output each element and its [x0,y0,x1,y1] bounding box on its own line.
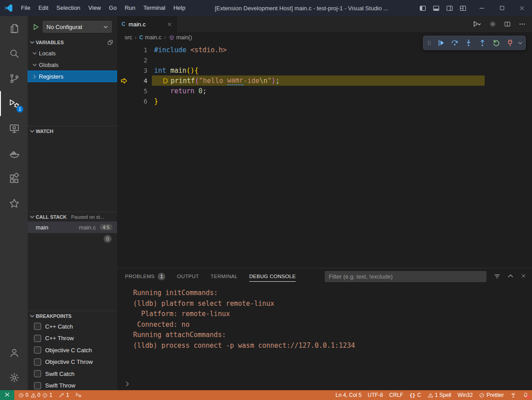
disconnect-button[interactable] [504,37,516,49]
extension-status[interactable] [507,390,519,400]
activity-item-docker[interactable] [0,141,28,166]
chevron-down-icon[interactable] [518,41,523,46]
panel-tab-debug-console[interactable]: DEBUG CONSOLE [249,268,296,284]
tab-main-c[interactable]: C main.c [117,16,177,32]
formatter-status[interactable]: Prettier [476,390,507,400]
breakpoint-label: Swift Catch [45,371,75,377]
activity-item-extensions[interactable] [0,166,28,191]
toggle-panel-icon[interactable] [430,2,442,14]
code-line-text[interactable]: return 0; [147,87,206,95]
panel-tab-problems[interactable]: PROBLEMS1 [125,268,165,284]
close-button[interactable] [512,0,532,16]
restart-button[interactable] [490,37,502,49]
step-over-button[interactable] [448,37,461,49]
variables-item-globals[interactable]: Globals [28,59,117,71]
stack-frame-row[interactable]: main main.c 4:5 [28,221,117,233]
platform-indicator[interactable]: Win32 [454,390,476,400]
menu-go[interactable]: Go [105,0,121,16]
toggle-sidebar-icon[interactable] [416,2,429,14]
run-or-debug-button[interactable] [473,20,482,29]
variables-section-header[interactable]: VARIABLES [28,38,117,47]
problems-status[interactable]: 0 0 1 [15,390,55,400]
activity-item-debug[interactable]: 1 [0,91,28,116]
remote-indicator[interactable] [0,390,14,400]
continue-button[interactable] [435,37,447,49]
activity-item-source-control[interactable] [0,66,28,91]
panel-tab-output[interactable]: OUTPUT [177,268,199,284]
start-debugging-button[interactable] [32,23,40,31]
code-line-text[interactable]: } [147,97,158,105]
tab-close-icon[interactable] [167,21,172,27]
toolbar-gripper-icon[interactable] [426,39,433,46]
variables-item-locals[interactable]: Locals [28,47,117,59]
activity-item-settings[interactable] [0,365,28,390]
maximize-button[interactable] [492,0,512,16]
cursor-position[interactable]: Ln 4, Col 5 [332,390,364,400]
menu-run[interactable]: Run [121,0,139,16]
language-mode[interactable]: {} C [406,390,424,400]
inline-breakpoint-icon[interactable] [162,77,169,84]
breakpoint-checkbox[interactable] [34,335,41,342]
menu-edit[interactable]: Edit [34,0,52,16]
activity-item-search[interactable] [0,41,28,66]
code-line-text[interactable]: #include <stdio.h> [147,46,227,54]
variables-item-registers[interactable]: Registers [28,71,117,82]
encoding-indicator[interactable]: UTF-8 [364,390,386,400]
menu-terminal[interactable]: Terminal [139,0,169,16]
activity-item-remote-explorer[interactable] [0,116,28,141]
toggle-secondary-sidebar-icon[interactable] [443,2,456,14]
activity-item-accounts[interactable] [0,340,28,365]
collapse-all-icon[interactable] [107,39,113,46]
debug-console[interactable]: Running initCommands:(lldb) platform sel… [117,284,532,390]
customize-layout-icon[interactable] [457,2,469,14]
more-actions-icon[interactable] [519,21,526,28]
breakpoint-checkbox[interactable] [34,346,41,354]
step-into-button[interactable] [462,37,474,49]
filter-icon[interactable] [494,273,501,280]
breakpoint-margin[interactable] [117,77,131,85]
console-input-chevron-icon[interactable] [124,381,130,387]
debug-launch-toolbar: No Configurat [28,16,117,38]
spell-checker-status[interactable]: 1 Spell [424,390,455,400]
minimize-button[interactable] [472,0,492,16]
vscode-window: FileEditSelectionViewGoRunTerminalHelp [… [0,0,532,400]
watch-section-header[interactable]: WATCH [28,126,117,136]
breakpoint-checkbox[interactable] [34,370,41,377]
code-token: 0 [198,87,202,95]
tools-status[interactable]: 1 [55,390,72,400]
close-panel-icon[interactable] [520,273,527,280]
breadcrumb-item[interactable]: Cmain.c [139,34,162,41]
panel-tab-terminal[interactable]: TERMINAL [210,268,238,284]
menu-help[interactable]: Help [169,0,189,16]
breadcrumb-item[interactable]: main() [169,34,192,41]
breakpoint-checkbox[interactable] [34,323,41,330]
breakpoints-section-header[interactable]: BREAKPOINTS [28,311,117,321]
code-line-text[interactable]: printf("hello wamr-ide\n"); [147,76,280,85]
code-editor[interactable]: 1#include <stdio.h>23int main(){4 printf… [117,43,532,268]
menu-file[interactable]: File [17,0,34,16]
editor-settings-gear-icon[interactable] [489,21,496,28]
breakpoint-checkbox[interactable] [34,382,41,389]
titlebar: FileEditSelectionViewGoRunTerminalHelp [… [0,0,532,16]
stack-frame-file: main.c [79,224,96,231]
code-line-text[interactable]: int main(){ [147,67,198,75]
console-filter-input[interactable] [325,271,486,282]
debug-status[interactable] [72,390,85,400]
menu-view[interactable]: View [84,0,105,16]
launch-configuration-dropdown[interactable]: No Configurat [43,21,112,33]
tools-icon [59,392,64,398]
notifications[interactable] [519,390,532,400]
breadcrumb-separator: › [164,34,166,41]
window-controls [414,0,532,16]
code-token: -ide [243,77,260,85]
activity-item-explorer[interactable] [0,16,28,41]
step-out-button[interactable] [476,37,488,49]
menu-selection[interactable]: Selection [52,0,84,16]
breakpoint-checkbox[interactable] [34,358,41,366]
eol-indicator[interactable]: CRLF [386,390,406,400]
call-stack-section-header[interactable]: CALL STACK Paused on st... [28,212,117,221]
maximize-panel-icon[interactable] [507,273,514,280]
split-editor-icon[interactable] [504,21,511,28]
breadcrumb-item[interactable]: src [125,34,132,41]
activity-item-wamr-ide[interactable] [0,191,28,216]
